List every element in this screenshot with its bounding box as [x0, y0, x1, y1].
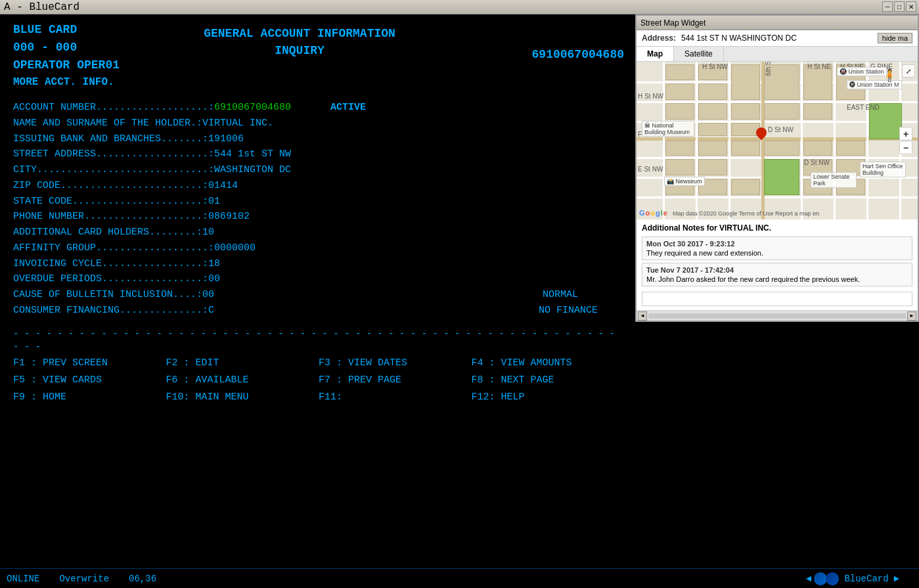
status-position: 06,36	[129, 574, 156, 584]
fkey-f10[interactable]: F10: MAIN MENU	[166, 390, 319, 405]
map-copyright: Map data ©2020 Google Terms of Use Repor…	[673, 210, 819, 217]
map-background: 6th St NW H St NW F St NW E St NW H St N…	[637, 62, 918, 219]
map-container[interactable]: 6th St NW H St NW F St NW E St NW H St N…	[637, 62, 918, 219]
building5	[731, 64, 760, 100]
field-consumer-financing: CONSUMER FINANCING..............: C NO F…	[13, 304, 624, 318]
normal-label: NORMAL	[543, 288, 578, 302]
field-issuing-bank: ISSUING BANK AND BRANCHES.......: 191006	[13, 132, 624, 147]
newseum-label: 📸 Newseum	[664, 177, 705, 186]
building24	[698, 159, 727, 175]
road-label-dst2: D St NW	[804, 159, 830, 166]
fkey-f12[interactable]: F12: HELP	[472, 390, 625, 405]
map-pin	[756, 127, 767, 138]
road-label-hst-ne: H St NE	[807, 63, 831, 70]
field-state-code: STATE CODE......................: 01	[13, 194, 624, 209]
note-2: Tue Nov 7 2017 - 17:42:04 Mr. John Darro…	[642, 263, 912, 286]
field-account-number: ACCOUNT NUMBER...................: 69100…	[13, 101, 624, 115]
map-expand-button[interactable]: ⤢	[902, 64, 915, 78]
map-tabs: Map Satellite	[637, 47, 918, 62]
building18	[698, 141, 727, 156]
road-v3	[728, 62, 730, 219]
field-additional-card-holders: ADDITIONAL CARD HOLDERS........: 10	[13, 225, 624, 240]
pegman-icon[interactable]: 🧍	[882, 68, 897, 83]
fkeys-row1: F1 : PREV SCREEN F2 : EDIT F3 : VIEW DAT…	[13, 356, 624, 371]
fkey-f1[interactable]: F1 : PREV SCREEN	[13, 356, 166, 371]
tab-map[interactable]: Map	[637, 47, 674, 61]
no-finance-label: NO FINANCE	[539, 304, 598, 318]
fkey-f6[interactable]: F6 : AVAILABLE	[166, 373, 319, 388]
road-label-dst-nw: D St NW	[768, 126, 794, 133]
app-title: A - BlueCard	[4, 1, 79, 13]
road-h7	[637, 196, 918, 198]
building8	[731, 103, 760, 120]
zoom-out-button[interactable]: −	[899, 141, 912, 154]
scroll-track[interactable]	[648, 313, 906, 319]
map-zoom-controls: + −	[899, 127, 912, 154]
fkey-f8[interactable]: F8 : NEXT PAGE	[472, 373, 625, 388]
building17	[665, 141, 694, 156]
hart-office-label: Hart Sen Office Building	[860, 162, 906, 177]
field-invoicing-cycle: INVOICING CYCLE.................: 18	[13, 257, 624, 271]
status-mode: ONLINE	[7, 574, 39, 584]
google-logo: Google	[639, 209, 667, 217]
scroll-right-button[interactable]: ►	[907, 311, 916, 321]
fkey-f2[interactable]: F2 : EDIT	[166, 356, 319, 371]
building12	[764, 103, 799, 120]
fkey-f3[interactable]: F3 : VIEW DATES	[319, 356, 472, 371]
field-affinity-group: AFFINITY GROUP...................: 00000…	[13, 241, 624, 256]
fkeys-row3: F9 : HOME F10: MAIN MENU F11: F12: HELP	[13, 390, 624, 405]
road-v5	[801, 62, 803, 219]
minimize-button[interactable]: ─	[882, 1, 893, 12]
maximize-button[interactable]: □	[894, 1, 905, 12]
tab-satellite[interactable]: Satellite	[674, 47, 724, 61]
nav-left-icon[interactable]: ◄	[806, 574, 811, 584]
fkey-f5[interactable]: F5 : VIEW CARDS	[13, 373, 166, 388]
titlebar: A - BlueCard ─ □ ✕	[0, 0, 919, 14]
road-v2	[696, 62, 698, 219]
divider: - - - - - - - - - - - - - - - - - - - - …	[13, 327, 624, 354]
building1	[665, 64, 694, 80]
fkey-f4[interactable]: F4 : VIEW AMOUNTS	[472, 356, 625, 371]
field-zip-code: ZIP CODE........................: 01414	[13, 179, 624, 193]
building7	[698, 103, 727, 120]
building19	[731, 141, 760, 156]
map-widget-titlebar: Street Map Widget	[637, 16, 918, 30]
road-v1	[663, 62, 665, 219]
logo-text: BlueCard	[844, 574, 888, 584]
road-label-hst-nw2: H St NW	[702, 63, 728, 70]
field-city: CITY.............................: WASHI…	[13, 163, 624, 177]
map-scrollbar: ◄ ►	[637, 310, 918, 321]
building20	[764, 141, 799, 156]
fkey-f7[interactable]: F7 : PREV PAGE	[319, 373, 472, 388]
status-insert: Overwrite	[59, 574, 109, 584]
building21	[803, 141, 832, 156]
zoom-in-button[interactable]: +	[899, 127, 912, 141]
field-overdue-periods: OVERDUE PERIODS.................: 00	[13, 272, 624, 286]
park2	[764, 159, 799, 195]
nav-right-icon[interactable]: ►	[894, 574, 899, 584]
building6	[665, 103, 694, 120]
building15	[698, 123, 727, 136]
close-button[interactable]: ✕	[906, 1, 916, 12]
building4	[698, 83, 727, 100]
fields-container: ACCOUNT NUMBER...................: 69100…	[13, 101, 624, 318]
window-controls: ─ □ ✕	[882, 1, 916, 12]
building3	[665, 83, 694, 100]
map-address-bar: Address: 544 1st ST N WASHINGTON DC hide…	[637, 30, 918, 47]
status-bar: ONLINE Overwrite 06,36 ◄ BlueCard ►	[0, 568, 919, 588]
terminal-area: BLUE CARD 000 - 000 OPERATOR OPER01 MORE…	[0, 14, 637, 588]
note-input[interactable]	[642, 292, 912, 306]
road-label-est: E St NW	[638, 166, 663, 173]
note-1: Mon Oct 30 2017 - 9:23:12 They required …	[642, 237, 912, 260]
road-label-6th: 6th St NW	[765, 62, 772, 76]
fkey-f11[interactable]: F11:	[319, 390, 472, 405]
senate-park-label: Lower Senate Park	[811, 172, 857, 188]
map-widget-title: Street Map Widget	[640, 18, 706, 28]
fkey-f9[interactable]: F9 : HOME	[13, 390, 166, 405]
hide-map-button[interactable]: hide ma	[878, 33, 912, 43]
notes-title: Additional Notes for VIRTUAL INC.	[642, 223, 912, 233]
logo-circle-2	[826, 572, 839, 585]
scroll-left-button[interactable]: ◄	[638, 311, 647, 321]
map-notes-section: Additional Notes for VIRTUAL INC. Mon Oc…	[637, 219, 918, 310]
map-widget: Street Map Widget Address: 544 1st ST N …	[635, 14, 919, 322]
